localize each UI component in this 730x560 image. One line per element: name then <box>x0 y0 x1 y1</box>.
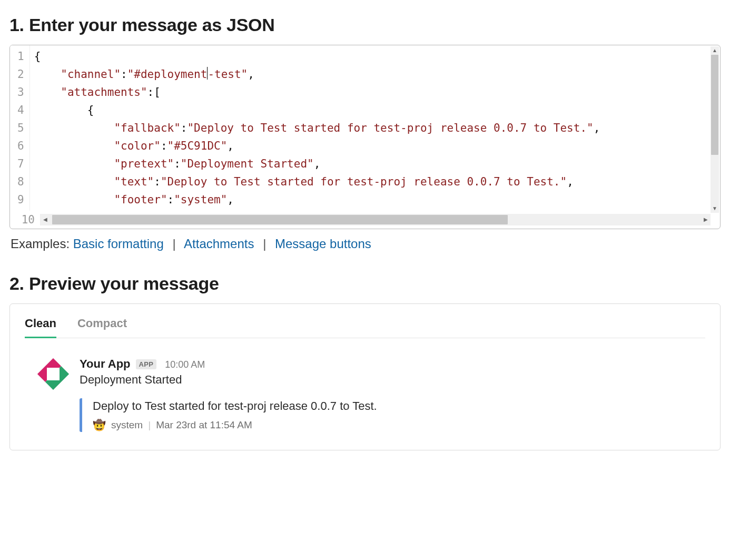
scroll-up-icon[interactable]: ▲ <box>711 46 719 55</box>
preview-message: Your App APP 10:00 AM Deployment Started… <box>25 357 705 432</box>
json-editor[interactable]: 123456789 { "channel":"#deployment-test"… <box>9 45 721 229</box>
sender-name: Your App <box>80 357 131 371</box>
examples-separator: | <box>172 237 175 251</box>
examples-separator: | <box>263 237 266 251</box>
scroll-thumb-vertical[interactable] <box>711 55 718 155</box>
scroll-down-icon[interactable]: ▼ <box>711 204 719 213</box>
example-link-basic-formatting[interactable]: Basic formatting <box>73 237 164 251</box>
preview-tabs: Clean Compact <box>25 315 705 338</box>
tab-clean[interactable]: Clean <box>25 315 56 338</box>
examples-label: Examples: <box>11 237 70 251</box>
editor-horizontal-scrollbar[interactable]: 10 ◀ ▶ <box>10 214 720 225</box>
footer-icon: 🤠 <box>93 420 106 430</box>
attachment-text: Deploy to Test started for test-proj rel… <box>93 399 705 413</box>
app-badge: APP <box>136 359 157 369</box>
svg-marker-6 <box>47 368 60 380</box>
example-link-attachments[interactable]: Attachments <box>184 237 254 251</box>
section-1-heading: 1. Enter your message as JSON <box>9 15 721 35</box>
message-timestamp: 10:00 AM <box>165 359 205 370</box>
example-link-message-buttons[interactable]: Message buttons <box>275 237 371 251</box>
scroll-left-icon[interactable]: ◀ <box>41 214 50 225</box>
editor-code-area[interactable]: { "channel":"#deployment-test", "attachm… <box>30 45 720 211</box>
attachment-footer-timestamp: Mar 23rd at 11:54 AM <box>156 419 252 431</box>
preview-pane: Clean Compact Your App APP 10:00 AM Depl… <box>9 303 721 450</box>
scroll-right-icon[interactable]: ▶ <box>701 214 711 225</box>
footer-separator: | <box>148 419 151 431</box>
section-2-heading: 2. Preview your message <box>9 273 721 294</box>
editor-vertical-scrollbar[interactable]: ▲ ▼ <box>711 46 719 213</box>
attachment-footer: system <box>111 419 143 431</box>
attachment-block: Deploy to Test started for test-proj rel… <box>80 398 705 432</box>
tab-compact[interactable]: Compact <box>77 315 127 338</box>
app-avatar-icon <box>36 357 70 391</box>
message-pretext: Deployment Started <box>80 373 705 387</box>
scroll-thumb-horizontal[interactable] <box>52 215 508 224</box>
editor-line-number-10: 10 <box>10 214 41 225</box>
examples-row: Examples: Basic formatting | Attachments… <box>11 237 719 251</box>
editor-line-gutter: 123456789 <box>10 45 30 211</box>
